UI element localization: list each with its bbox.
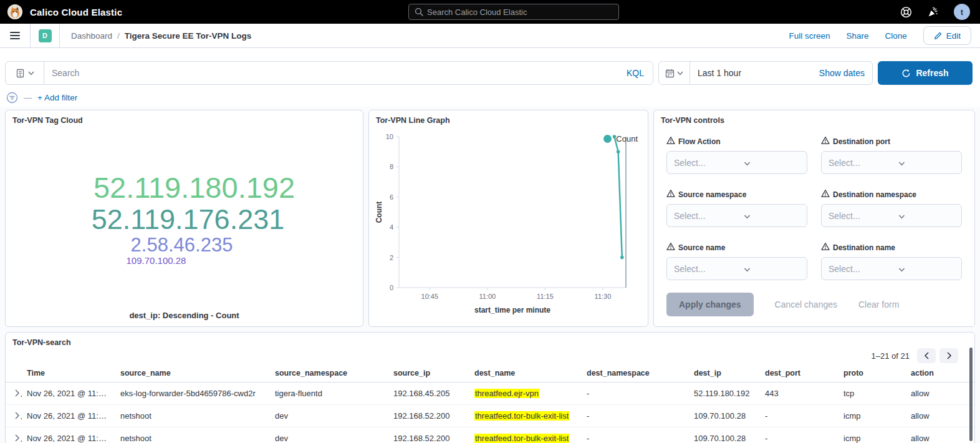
control-select[interactable]: Select...	[666, 151, 807, 174]
cell-proto: icmp	[838, 405, 906, 427]
quick-select-time-button[interactable]	[659, 62, 690, 84]
cell-proto: tcp	[838, 382, 906, 405]
tag-cloud-term[interactable]: 52.119.176.231	[92, 204, 284, 235]
divider	[59, 24, 60, 47]
add-filter-button[interactable]: + Add filter	[37, 93, 77, 102]
global-search-input[interactable]	[427, 7, 618, 17]
control-field-label-text: Source name	[678, 243, 725, 252]
filter-dash: —	[24, 93, 32, 102]
query-search-input[interactable]	[52, 68, 627, 78]
expand-row-button[interactable]	[11, 433, 20, 443]
table-row: Nov 26, 2021 @ 11:35:04.000netshootdev19…	[6, 405, 974, 427]
control-select[interactable]: Select...	[821, 257, 962, 280]
control-field-label: Source name	[666, 242, 807, 253]
menu-toggle-button[interactable]	[0, 24, 30, 47]
cell-action: allow	[906, 382, 974, 405]
warning-icon	[666, 189, 675, 200]
kql-syntax-button[interactable]: KQL	[627, 68, 644, 78]
control-field-label-text: Destination name	[833, 243, 895, 252]
dashboard-app-badge: D	[39, 29, 52, 42]
time-range-value[interactable]: Last 1 hour	[698, 68, 819, 78]
warning-icon	[821, 242, 830, 253]
column-header-source-name[interactable]: source_name	[115, 366, 270, 382]
column-header-action[interactable]: action	[906, 366, 974, 382]
line-chart: 024681010:4511:0011:1511:30start_time pe…	[374, 129, 643, 326]
control-select[interactable]: Select...	[821, 151, 962, 174]
control-field: Flow ActionSelect...	[666, 136, 807, 174]
cancel-changes-button[interactable]: Cancel changes	[775, 299, 837, 309]
cell-dest-namespace: -	[582, 382, 689, 405]
cell-source-name: netshoot	[115, 405, 270, 427]
tag-cloud-panel: Tor-VPN Tag Cloud 52.119.180.19252.119.1…	[5, 110, 363, 327]
column-header-dest-name[interactable]: dest_name	[469, 366, 582, 382]
cell-dest-namespace: -	[582, 427, 689, 443]
share-button[interactable]: Share	[846, 31, 868, 41]
previous-page-button[interactable]	[917, 348, 936, 363]
highlighted-value: threatfeed.tor-bulk-exit-list	[474, 411, 569, 421]
show-dates-button[interactable]: Show dates	[819, 68, 865, 78]
column-header-dest-namespace[interactable]: dest_namespace	[582, 366, 689, 382]
controls-panel-title: Tor-VPN controls	[654, 110, 974, 125]
help-icon[interactable]	[900, 6, 912, 18]
select-placeholder: Select...	[674, 158, 737, 168]
full-screen-button[interactable]: Full screen	[789, 31, 830, 41]
control-field-label: Destination port	[821, 136, 962, 147]
calico-logo[interactable]	[7, 4, 22, 19]
legend-item-count[interactable]: Count	[603, 134, 638, 144]
control-select[interactable]: Select...	[821, 204, 962, 227]
app-title: Calico Cloud Elastic	[30, 7, 122, 17]
vertical-scrollbar[interactable]	[969, 348, 973, 441]
apply-changes-button[interactable]: Apply changes	[666, 293, 754, 316]
expand-row-button[interactable]	[11, 388, 20, 399]
count-series-line	[614, 137, 622, 258]
pagination-count: 1–21 of 21	[872, 351, 910, 361]
legend-dot	[603, 135, 612, 143]
clear-form-button[interactable]: Clear form	[858, 299, 899, 309]
data-point[interactable]	[620, 256, 624, 260]
announcements-icon[interactable]	[927, 6, 939, 18]
cell-dest-name: threatfeed.ejr-vpn	[469, 382, 582, 405]
svg-text:0: 0	[390, 284, 393, 291]
column-header-dest-port[interactable]: dest_port	[760, 366, 838, 382]
svg-text:10:45: 10:45	[421, 293, 439, 300]
pagination: 1–21 of 21	[6, 347, 974, 366]
control-field: Destination namespaceSelect...	[821, 189, 962, 227]
global-search-box[interactable]	[408, 4, 619, 20]
cell-source-name: eks-log-forwarder-5bd4659786-cwd2r	[115, 382, 270, 405]
expand-row-button[interactable]	[11, 411, 20, 421]
cell-dest-port: -	[760, 405, 838, 427]
tag-cloud-term[interactable]: 2.58.46.235	[131, 235, 233, 256]
saved-query-menu-button[interactable]	[6, 62, 44, 84]
clone-button[interactable]: Clone	[885, 31, 906, 41]
cell-source-ip: 192.168.45.205	[388, 382, 469, 405]
control-field-label: Destination namespace	[821, 189, 962, 200]
page-title: Tigera Secure EE Tor-VPN Logs	[125, 31, 252, 41]
tag-cloud-term[interactable]: 109.70.100.28	[127, 256, 186, 266]
control-select[interactable]: Select...	[666, 204, 807, 227]
line-graph-panel: Tor-VPN Line Graph 024681010:4511:0011:1…	[368, 110, 648, 327]
highlighted-value: threatfeed.tor-bulk-exit-list	[474, 434, 569, 443]
cell-source-ip: 192.168.52.200	[388, 427, 469, 443]
cell-dest-port: -	[760, 427, 838, 443]
data-point[interactable]	[617, 150, 620, 153]
tag-cloud-term[interactable]: 52.119.180.192	[94, 172, 295, 204]
column-header-source-ip[interactable]: source_ip	[388, 366, 469, 382]
control-field-label-text: Source namespace	[678, 190, 746, 199]
filter-icon[interactable]	[6, 92, 18, 104]
column-header-proto[interactable]: proto	[838, 366, 906, 382]
refresh-button[interactable]: Refresh	[878, 61, 973, 85]
column-header-dest-ip[interactable]: dest_ip	[689, 366, 760, 382]
breadcrumb-dashboard-link[interactable]: Dashboard	[71, 31, 112, 41]
warning-icon	[666, 136, 675, 147]
control-select[interactable]: Select...	[666, 257, 807, 280]
select-placeholder: Select...	[829, 211, 891, 221]
next-page-button[interactable]	[939, 348, 958, 363]
cell-time: Nov 26, 2021 @ 11:35:04.000	[22, 382, 115, 405]
column-header-source-namespace[interactable]: source_namespace	[270, 366, 388, 382]
column-header-time[interactable]: Time	[22, 366, 115, 382]
control-field-label: Flow Action	[666, 136, 807, 147]
edit-button[interactable]: Edit	[923, 26, 971, 45]
line-chart-svg: 024681010:4511:0011:1511:30start_time pe…	[374, 129, 643, 324]
control-field-label: Source namespace	[666, 189, 807, 200]
user-avatar[interactable]: t	[954, 4, 970, 20]
